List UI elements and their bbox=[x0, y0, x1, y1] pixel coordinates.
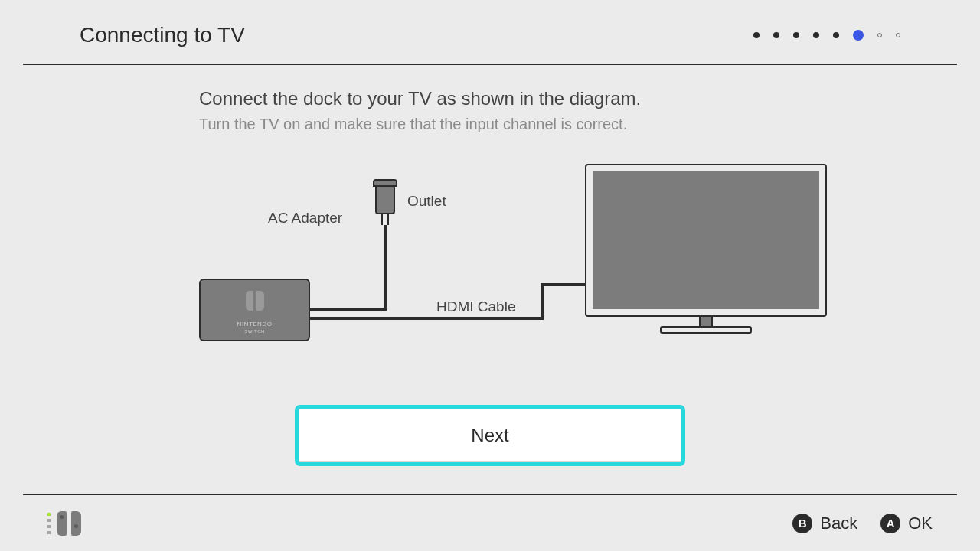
connection-diagram: NINTENDO SWITCH Outlet AC Adapter HDMI C… bbox=[199, 164, 827, 378]
back-hint: B Back bbox=[792, 514, 858, 533]
progress-dot bbox=[896, 33, 900, 37]
ac-plug-prong-icon bbox=[381, 214, 389, 225]
progress-dot bbox=[877, 33, 882, 37]
ok-hint-label: OK bbox=[908, 514, 933, 533]
hdmi-cable-label: HDMI Cable bbox=[436, 298, 515, 315]
player-led-icon bbox=[47, 513, 51, 534]
ok-hint: A OK bbox=[880, 514, 933, 533]
next-button[interactable]: Next bbox=[299, 409, 681, 462]
tv-stand-base-icon bbox=[660, 326, 752, 334]
page-title: Connecting to TV bbox=[80, 23, 245, 47]
instruction-subtext: Turn the TV on and make sure that the in… bbox=[199, 116, 781, 133]
joycon-left-icon bbox=[57, 511, 67, 536]
button-hints: B Back A OK bbox=[792, 514, 933, 533]
outlet-label: Outlet bbox=[407, 193, 446, 210]
content: Connect the dock to your TV as shown in … bbox=[0, 65, 980, 462]
hdmi-cable-icon bbox=[541, 283, 544, 320]
ac-plug-icon bbox=[375, 185, 395, 214]
progress-dot bbox=[813, 32, 819, 38]
ac-cable-icon bbox=[384, 225, 387, 311]
tv-icon bbox=[585, 164, 827, 343]
back-hint-label: Back bbox=[820, 514, 858, 533]
footer: B Back A OK bbox=[23, 494, 957, 551]
dock-brand-top: NINTENDO bbox=[201, 321, 309, 328]
progress-dot bbox=[773, 32, 779, 38]
instruction-headline: Connect the dock to your TV as shown in … bbox=[199, 88, 781, 109]
tv-stand-neck-icon bbox=[699, 317, 713, 326]
progress-indicator bbox=[753, 30, 900, 41]
b-button-icon: B bbox=[792, 514, 812, 533]
switch-logo-icon bbox=[201, 291, 309, 311]
dock-icon: NINTENDO SWITCH bbox=[199, 279, 310, 341]
a-button-icon: A bbox=[880, 514, 900, 533]
dock-brand-bottom: SWITCH bbox=[201, 329, 309, 334]
tv-frame-icon bbox=[585, 164, 827, 317]
progress-dot-current bbox=[853, 30, 864, 41]
hdmi-cable-icon bbox=[310, 317, 544, 320]
progress-dot bbox=[833, 32, 839, 38]
joycon-right-icon bbox=[71, 511, 81, 536]
progress-dot bbox=[793, 32, 799, 38]
ac-adapter-label: AC Adapter bbox=[268, 210, 342, 227]
tv-screen-icon bbox=[593, 171, 819, 309]
progress-dot bbox=[753, 32, 760, 38]
header: Connecting to TV bbox=[23, 0, 957, 65]
controller-status-icon bbox=[47, 511, 81, 536]
hdmi-cable-icon bbox=[544, 283, 585, 286]
ac-cable-icon bbox=[310, 308, 387, 311]
